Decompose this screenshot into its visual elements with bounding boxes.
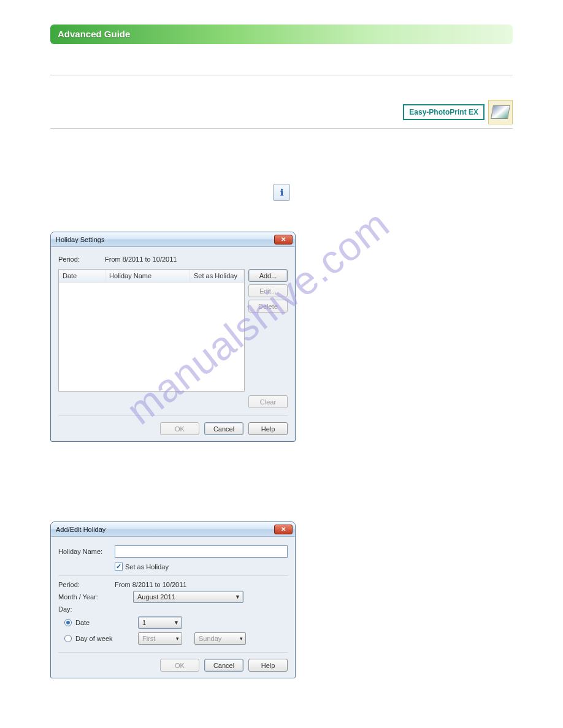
- period-label: Period:: [58, 256, 105, 263]
- dialog-title: Holiday Settings: [56, 236, 105, 243]
- radio-day-of-week[interactable]: [64, 635, 72, 642]
- chevron-down-icon: ▼: [174, 620, 179, 626]
- month-year-value: August 2011: [137, 593, 175, 601]
- ok-button[interactable]: OK: [160, 422, 199, 435]
- cancel-button[interactable]: Cancel: [204, 422, 243, 435]
- chevron-down-icon: ▾: [240, 635, 243, 642]
- cancel-label: Cancel: [213, 425, 234, 433]
- titlebar-2: Add/Edit Holiday ✕: [51, 522, 295, 537]
- separator: [50, 75, 513, 75]
- titlebar: Holiday Settings ✕: [51, 232, 295, 247]
- delete-button[interactable]: Delete: [248, 300, 288, 313]
- add-label: Add...: [259, 272, 277, 279]
- epp-icon-box: [488, 100, 513, 124]
- period-label-2: Period:: [58, 581, 115, 588]
- holiday-name-label: Holiday Name:: [58, 548, 115, 555]
- add-edit-holiday-dialog: Add/Edit Holiday ✕ Holiday Name: ✓ Set a…: [50, 521, 296, 678]
- holidays-table: Date Holiday Name Set as Holiday: [58, 269, 245, 392]
- guide-banner: Advanced Guide: [50, 25, 513, 44]
- dow-ordinal-dropdown[interactable]: First ▾: [138, 632, 182, 645]
- day-label: Day:: [58, 605, 105, 613]
- radio-date[interactable]: [64, 619, 72, 626]
- add-button[interactable]: Add...: [248, 269, 288, 282]
- cancel-label-2: Cancel: [213, 662, 234, 669]
- separator-2: [50, 128, 513, 129]
- period-value: From 8/2011 to 10/2011: [105, 256, 177, 263]
- month-year-label: Month / Year:: [58, 593, 115, 601]
- guide-title: Advanced Guide: [58, 29, 130, 39]
- info-icon: [273, 184, 290, 201]
- cancel-button-2[interactable]: Cancel: [204, 659, 243, 672]
- ok-button-2[interactable]: OK: [160, 659, 199, 672]
- radio-dow-label: Day of week: [75, 635, 134, 642]
- edit-label: Edit...: [259, 287, 277, 295]
- clear-button[interactable]: Clear: [248, 395, 288, 408]
- month-year-dropdown[interactable]: August 2011 ▼: [133, 591, 243, 603]
- holiday-settings-dialog: Holiday Settings ✕ Period: From 8/2011 t…: [50, 232, 296, 442]
- set-as-holiday-label: Set as Holiday: [125, 563, 169, 571]
- help-label-2: Help: [261, 662, 275, 669]
- photo-stack-icon: [491, 105, 510, 119]
- dow-day-dropdown[interactable]: Sunday ▾: [194, 632, 246, 645]
- dow-day-value: Sunday: [199, 635, 221, 642]
- easy-photoprint-button[interactable]: Easy-PhotoPrint EX: [403, 104, 484, 120]
- close-icon[interactable]: ✕: [274, 525, 293, 534]
- period-value-2: From 8/2011 to 10/2011: [115, 581, 186, 588]
- col-name: Holiday Name: [105, 270, 190, 282]
- help-label: Help: [261, 425, 275, 433]
- dow-ordinal-value: First: [142, 635, 155, 642]
- help-button[interactable]: Help: [248, 422, 288, 435]
- help-button-2[interactable]: Help: [248, 659, 288, 672]
- ok-label-2: OK: [175, 662, 185, 669]
- col-set: Set as Holiday: [190, 270, 244, 282]
- delete-label: Delete: [258, 303, 278, 310]
- set-as-holiday-checkbox[interactable]: ✓: [115, 563, 123, 571]
- ok-label: OK: [175, 425, 185, 433]
- edit-button[interactable]: Edit...: [248, 284, 288, 297]
- col-date: Date: [59, 270, 105, 282]
- close-icon[interactable]: ✕: [274, 235, 293, 245]
- holiday-name-input[interactable]: [115, 545, 288, 558]
- dialog2-title: Add/Edit Holiday: [56, 526, 105, 533]
- chevron-down-icon: ▾: [176, 635, 179, 642]
- radio-date-label: Date: [75, 619, 134, 626]
- chevron-down-icon: ▼: [235, 594, 240, 600]
- easy-photoprint-label: Easy-PhotoPrint EX: [409, 108, 478, 116]
- clear-label: Clear: [260, 398, 276, 406]
- date-value: 1: [142, 619, 146, 626]
- date-dropdown[interactable]: 1 ▼: [138, 616, 182, 629]
